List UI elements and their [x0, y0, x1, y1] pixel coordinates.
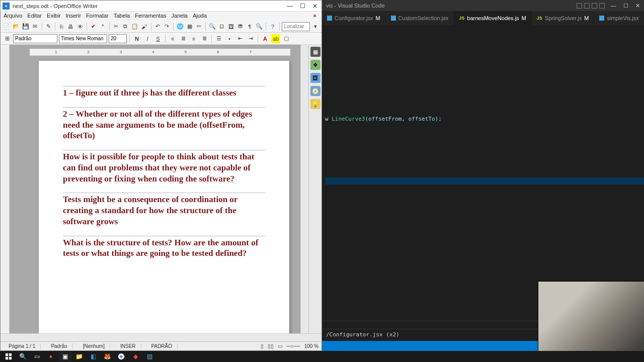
- tab-simplevis[interactable]: simpleVis.jsx: [594, 11, 644, 25]
- menu-ferramentas[interactable]: Ferramentas: [135, 13, 166, 20]
- find-input[interactable]: [282, 22, 310, 31]
- menu-janela[interactable]: Janela: [172, 13, 188, 20]
- paragraph[interactable]: 1 – figure out if three js has the diffe…: [63, 86, 265, 99]
- email-button[interactable]: ✉: [31, 22, 39, 31]
- paragraph[interactable]: What is the structure of tests? How are …: [63, 236, 265, 259]
- document-text[interactable]: 1 – figure out if three js has the diffe…: [63, 86, 265, 259]
- spellcheck-button[interactable]: ✔: [90, 22, 98, 31]
- taskbar-vscode[interactable]: ◧: [87, 351, 100, 361]
- gallery-button[interactable]: 🖼: [227, 22, 235, 31]
- copy-button[interactable]: ⧉: [122, 22, 130, 31]
- view-book-icon[interactable]: ▭: [278, 343, 282, 349]
- autospell-button[interactable]: ᴬ: [99, 22, 107, 31]
- code-line[interactable]: w LineCurve3(offsetFrom, offsetTo);: [325, 116, 644, 122]
- align-justify-button[interactable]: ≣: [200, 34, 209, 43]
- sidebar-properties-icon[interactable]: ▦: [310, 47, 320, 57]
- status-page[interactable]: Página 1 / 1: [4, 343, 41, 349]
- help-button[interactable]: ?: [269, 22, 277, 31]
- edit-button[interactable]: ✎: [44, 22, 52, 31]
- styles-button[interactable]: ⊞: [3, 34, 12, 43]
- taskbar-terminal[interactable]: ▣: [58, 351, 71, 361]
- font-size-select[interactable]: [109, 34, 127, 43]
- paragraph[interactable]: 2 – Whether or not all of the different …: [63, 107, 265, 141]
- status-language[interactable]: [Nenhum]: [78, 343, 110, 349]
- align-left-button[interactable]: ≡: [168, 34, 177, 43]
- new-doc-button[interactable]: 📄: [3, 22, 11, 31]
- print-button[interactable]: 🖶: [67, 22, 75, 31]
- vs-editor[interactable]: w LineCurve3(offsetFrom, offsetTo);: [322, 25, 644, 321]
- vs-titlebar[interactable]: vis - Visual Studio Code — ☐ ✕: [322, 0, 644, 11]
- decrease-indent-button[interactable]: ⇤: [235, 34, 245, 43]
- export-pdf-button[interactable]: ⎘: [58, 22, 66, 31]
- taskbar-app-1[interactable]: ♦: [44, 351, 57, 361]
- navigator-button[interactable]: ⊡: [218, 22, 226, 31]
- search-button[interactable]: 🔍: [16, 351, 29, 361]
- sidebar-tip-icon[interactable]: 💡: [310, 99, 320, 109]
- open-button[interactable]: 📂: [12, 22, 20, 31]
- page-area[interactable]: 1234567 1 – figure out if three js has t…: [10, 45, 300, 333]
- save-button[interactable]: 💾: [22, 22, 30, 31]
- menu-arquivo[interactable]: Arquivo: [4, 13, 22, 20]
- datasource-button[interactable]: ⛃: [236, 22, 245, 31]
- menu-tabela[interactable]: Tabela: [114, 13, 130, 20]
- cut-button[interactable]: ✂: [112, 22, 120, 31]
- paragraph[interactable]: Tests might be a consequence of coordina…: [63, 193, 265, 227]
- taskbar-brave[interactable]: ◆: [129, 351, 142, 361]
- find-next-button[interactable]: ▾: [311, 22, 319, 31]
- numbered-list-button[interactable]: ☰: [214, 34, 223, 43]
- tab-barnesmovenodes[interactable]: JS barnesMoveNodes.js M: [454, 11, 532, 25]
- status-style[interactable]: Padrão: [46, 343, 72, 349]
- font-color-button[interactable]: A: [261, 34, 270, 43]
- window-minimize-button[interactable]: —: [287, 3, 293, 10]
- nonprint-button[interactable]: ¶: [246, 22, 254, 31]
- bgcolor-button[interactable]: ▢: [282, 34, 291, 43]
- view-single-icon[interactable]: ▯: [261, 343, 264, 349]
- tab-customselection[interactable]: CustomSelection.jsx: [386, 11, 454, 25]
- status-zoom[interactable]: 100 %: [304, 343, 318, 349]
- start-button[interactable]: [2, 351, 15, 361]
- layout-sidebar-left-icon[interactable]: [577, 3, 582, 9]
- paragraph-style-select[interactable]: [13, 34, 57, 43]
- window-maximize-button[interactable]: ☐: [300, 3, 305, 10]
- close-document-button[interactable]: ×: [313, 13, 318, 20]
- draw-button[interactable]: ✏: [195, 22, 203, 31]
- font-name-select[interactable]: [59, 34, 107, 43]
- menu-exibir[interactable]: Exibir: [47, 13, 61, 20]
- taskbar-chrome[interactable]: [115, 351, 128, 361]
- windows-taskbar[interactable]: 🔍 ▭ ♦ ▣ 📁 ◧ 🦊 ◆ ▤: [0, 351, 644, 362]
- sidebar-styles-icon[interactable]: ❖: [310, 60, 320, 70]
- taskview-button[interactable]: ▭: [30, 351, 43, 361]
- zoom-slider[interactable]: ─○──: [286, 343, 300, 349]
- tab-springsolver[interactable]: JS SpringSolver.js M: [532, 11, 595, 25]
- sidebar-gallery-icon[interactable]: 🖼: [310, 73, 320, 83]
- highlight-button[interactable]: ab: [271, 34, 280, 43]
- underline-button[interactable]: S: [153, 34, 163, 43]
- find-button[interactable]: 🔍: [208, 22, 216, 31]
- menu-formatar[interactable]: Formatar: [86, 13, 109, 20]
- paragraph[interactable]: How is it possible for people to think a…: [63, 150, 265, 184]
- bullet-list-button[interactable]: •: [225, 34, 234, 43]
- align-center-button[interactable]: ≣: [179, 34, 188, 43]
- taskbar-openoffice[interactable]: ▤: [143, 351, 156, 361]
- align-right-button[interactable]: ≡: [189, 34, 198, 43]
- layout-customize-icon[interactable]: [599, 3, 605, 9]
- preview-button[interactable]: 👁: [76, 22, 85, 31]
- undo-button[interactable]: ↶: [153, 22, 162, 31]
- window-close-button[interactable]: ✕: [312, 3, 317, 10]
- format-paintbrush-button[interactable]: 🖌: [140, 22, 148, 31]
- increase-indent-button[interactable]: ⇥: [246, 34, 255, 43]
- view-multi-icon[interactable]: ▯▯: [268, 343, 274, 349]
- taskbar-firefox[interactable]: 🦊: [101, 351, 114, 361]
- layout-sidebar-right-icon[interactable]: [592, 3, 597, 9]
- status-insert[interactable]: INSER: [115, 343, 141, 349]
- bold-button[interactable]: N: [132, 34, 141, 43]
- menu-ajuda[interactable]: Ajuda: [193, 13, 207, 20]
- redo-button[interactable]: ↷: [163, 22, 171, 31]
- horizontal-scrollbar[interactable]: [1, 333, 321, 341]
- paste-button[interactable]: 📋: [131, 22, 139, 31]
- highlighted-line[interactable]: [325, 177, 644, 185]
- vertical-scrollbar[interactable]: [300, 45, 308, 333]
- oo-titlebar[interactable]: ≡ next_steps.odt - OpenOffice Writer — ☐…: [1, 1, 321, 12]
- italic-button[interactable]: I: [143, 34, 152, 43]
- menu-inserir[interactable]: Inserir: [66, 13, 82, 20]
